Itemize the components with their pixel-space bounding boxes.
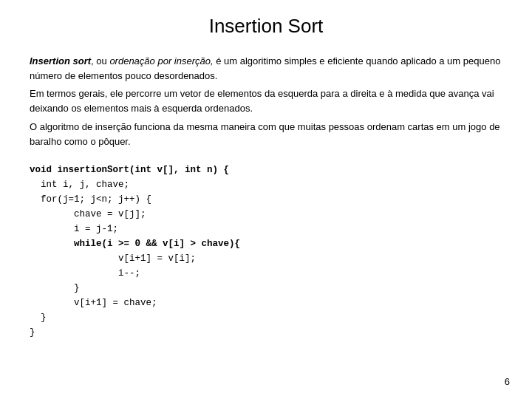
- description-para2: Em termos gerais, ele percorre um vetor …: [30, 86, 502, 116]
- description-block: Insertion sort, ou ordenação por inserçã…: [30, 54, 502, 149]
- portuguese-term: ordenação por inserção,: [109, 55, 213, 66]
- description-para1: Insertion sort, ou ordenação por inserçã…: [30, 54, 502, 83]
- page-title: Insertion Sort: [30, 15, 502, 38]
- code-block: void insertionSort(int v[], int n) { int…: [30, 163, 502, 340]
- description-para3: O algoritmo de inserção funciona da mesm…: [30, 120, 502, 149]
- page-container: Insertion Sort Insertion sort, ou ordena…: [0, 0, 532, 399]
- code-line1: void insertionSort(int v[], int n) {: [30, 165, 229, 175]
- insertion-sort-term: Insertion sort: [30, 55, 91, 66]
- page-number: 6: [505, 376, 510, 387]
- code-while: while(i >= 0 && v[i] > chave){: [74, 239, 240, 249]
